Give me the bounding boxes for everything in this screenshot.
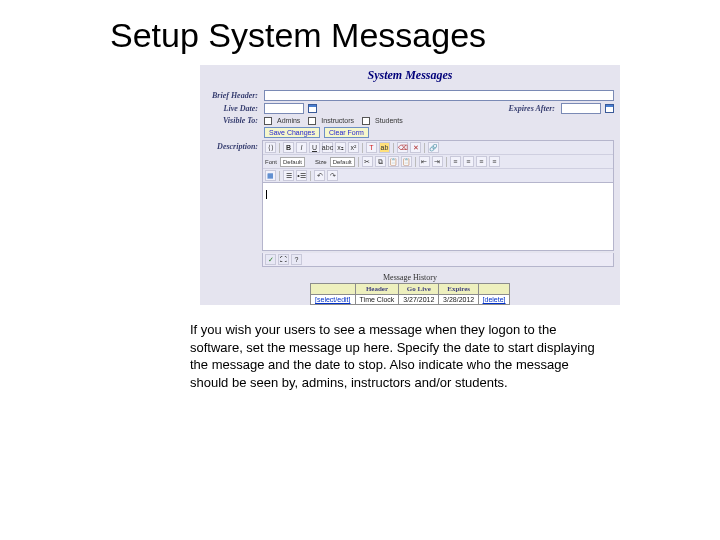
brief-header-label: Brief Header: — [206, 91, 260, 100]
spellcheck-icon[interactable]: ✓ — [265, 254, 276, 265]
brief-header-row: Brief Header: — [200, 89, 620, 102]
align-center-icon[interactable]: ≡ — [463, 156, 474, 167]
col-golive: Go Live — [399, 284, 439, 295]
outdent-icon[interactable]: ⇤ — [419, 156, 430, 167]
dates-row: Live Date: Expires After: — [200, 102, 620, 115]
editor-toolbar: ⟨⟩ B I U abc x₂ x² T ab ⌫ ✕ 🔗 Font Defau… — [262, 140, 614, 183]
image-icon[interactable]: ▦ — [265, 170, 276, 181]
col-header: Header — [355, 284, 399, 295]
instructors-label: Instructors — [321, 117, 354, 124]
align-justify-icon[interactable]: ≡ — [489, 156, 500, 167]
text-color-icon[interactable]: T — [366, 142, 377, 153]
students-checkbox[interactable] — [362, 117, 370, 125]
message-history: Message History Header Go Live Expires [… — [310, 273, 510, 305]
subscript-icon[interactable]: x₂ — [335, 142, 346, 153]
col-expires: Expires — [439, 284, 479, 295]
align-right-icon[interactable]: ≡ — [476, 156, 487, 167]
font-label: Font — [265, 159, 277, 165]
system-messages-panel: System Messages Brief Header: Live Date:… — [200, 65, 620, 305]
remove-format-icon[interactable]: ⌫ — [397, 142, 408, 153]
indent-icon[interactable]: ⇥ — [432, 156, 443, 167]
cell-expires: 3/28/2012 — [439, 295, 479, 305]
brief-header-input[interactable] — [264, 90, 614, 101]
save-button[interactable]: Save Changes — [264, 127, 320, 138]
ordered-list-icon[interactable]: ☰ — [283, 170, 294, 181]
undo-icon[interactable]: ↶ — [314, 170, 325, 181]
expires-after-label: Expires After: — [508, 104, 557, 113]
strike-icon[interactable]: abc — [322, 142, 333, 153]
table-header-row: Header Go Live Expires — [311, 284, 510, 295]
redo-icon[interactable]: ↷ — [327, 170, 338, 181]
unordered-list-icon[interactable]: •☰ — [296, 170, 307, 181]
align-left-icon[interactable]: ≡ — [450, 156, 461, 167]
live-date-input[interactable] — [264, 103, 304, 114]
visible-to-label: Visible To: — [206, 116, 260, 125]
toolbar-row-2: Font Default Size Default ✂ ⧉ 📋 📋 ⇤ ⇥ ≡ … — [263, 155, 613, 169]
superscript-icon[interactable]: x² — [348, 142, 359, 153]
italic-icon[interactable]: I — [296, 142, 307, 153]
table-row: [select/edit] Time Clock 3/27/2012 3/28/… — [311, 295, 510, 305]
calendar-icon[interactable] — [308, 104, 317, 113]
description-label: Description: — [206, 142, 260, 151]
live-date-label: Live Date: — [206, 104, 260, 113]
panel-title: System Messages — [200, 65, 620, 89]
history-table: Header Go Live Expires [select/edit] Tim… — [310, 283, 510, 305]
history-title: Message History — [310, 273, 510, 282]
select-edit-link[interactable]: [select/edit] — [315, 296, 350, 303]
paste-text-icon[interactable]: 📋 — [401, 156, 412, 167]
cell-header: Time Clock — [355, 295, 399, 305]
admins-label: Admins — [277, 117, 300, 124]
link-icon[interactable]: 🔗 — [428, 142, 439, 153]
instructors-checkbox[interactable] — [308, 117, 316, 125]
bg-color-icon[interactable]: ab — [379, 142, 390, 153]
editor-body[interactable] — [262, 183, 614, 251]
editor-bottom-bar: ✓ ⛶ ? — [262, 253, 614, 267]
fullscreen-icon[interactable]: ⛶ — [278, 254, 289, 265]
cut-icon[interactable]: ✂ — [362, 156, 373, 167]
bold-icon[interactable]: B — [283, 142, 294, 153]
visible-to-row: Visible To: Admins Instructors Students — [200, 115, 620, 126]
slide-caption: If you wish your users to see a message … — [190, 321, 610, 391]
clear-button[interactable]: Clear Form — [324, 127, 369, 138]
source-icon[interactable]: ⟨⟩ — [265, 142, 276, 153]
col-delete — [479, 284, 510, 295]
expires-after-input[interactable] — [561, 103, 601, 114]
toolbar-row-3: ▦ ☰ •☰ ↶ ↷ — [263, 169, 613, 182]
col-select — [311, 284, 356, 295]
copy-icon[interactable]: ⧉ — [375, 156, 386, 167]
paste-icon[interactable]: 📋 — [388, 156, 399, 167]
students-label: Students — [375, 117, 403, 124]
cell-golive: 3/27/2012 — [399, 295, 439, 305]
size-select[interactable]: Default — [330, 157, 355, 167]
admins-checkbox[interactable] — [264, 117, 272, 125]
help-icon[interactable]: ? — [291, 254, 302, 265]
delete-link[interactable]: [delete] — [483, 296, 506, 303]
calendar-icon[interactable] — [605, 104, 614, 113]
size-label: Size — [315, 159, 327, 165]
clear-style-icon[interactable]: ✕ — [410, 142, 421, 153]
toolbar-row-1: ⟨⟩ B I U abc x₂ x² T ab ⌫ ✕ 🔗 — [263, 141, 613, 155]
buttons-row: Save Changes Clear Form — [200, 126, 620, 139]
text-cursor — [266, 190, 267, 199]
slide-title: Setup System Messages — [0, 0, 720, 65]
font-select[interactable]: Default — [280, 157, 305, 167]
underline-icon[interactable]: U — [309, 142, 320, 153]
